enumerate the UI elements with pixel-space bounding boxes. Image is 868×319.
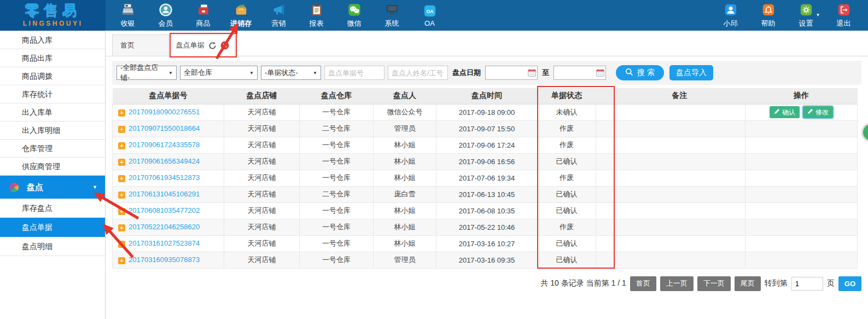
doc-no-link[interactable]: 201709061724335578 [129, 141, 200, 149]
expand-icon[interactable]: + [118, 109, 125, 117]
expand-icon[interactable]: + [118, 224, 125, 231]
sidebar-subitem-库存盘点[interactable]: 库存盘点 [0, 199, 105, 218]
topnav-item-bangzhu[interactable]: 帮助 [749, 0, 787, 31]
go-button[interactable]: GO [838, 276, 861, 291]
doc-no-link[interactable]: 201703161027523874 [129, 239, 200, 247]
cell-person: 微信公众号 [374, 104, 436, 120]
column-header-6: 单据状态 [538, 88, 596, 104]
import-button[interactable]: 盘点导入 [669, 65, 713, 80]
sidebar-item-商品入库[interactable]: 商品入库 [0, 31, 105, 49]
cell-doc-no: +201705221046258620 [113, 219, 224, 235]
close-tab-icon[interactable] [220, 41, 229, 50]
cell-actions [745, 186, 858, 202]
last-page-button[interactable]: 尾页 [735, 276, 761, 291]
sidebar-item-供应商管理[interactable]: 供应商管理 [0, 158, 105, 176]
shop-filter-select[interactable]: -全部盘点店铺- ▼ [116, 66, 177, 80]
tab-pandian-danju[interactable]: 盘点单据 [170, 34, 235, 56]
cell-remark [614, 202, 745, 219]
doc-no-link[interactable]: 201703160935076873 [129, 256, 200, 264]
topnav-item-shangpin[interactable]: 商品 [184, 0, 222, 31]
sidebar-subitem-盘点单据[interactable]: 盘点单据 [0, 218, 105, 237]
topnav-item-shouyin[interactable]: 收银 [109, 0, 147, 31]
topnav-item-oa[interactable]: OAOA [411, 0, 448, 31]
warehouse-filter-value: 全部仓库 [184, 68, 212, 78]
expand-icon[interactable]: + [118, 159, 125, 166]
sidebar-section-pandian[interactable]: 盘点 ▼ [0, 176, 105, 199]
topnav-item-jinxiaocun[interactable]: 进销存 [222, 0, 260, 31]
sidebar-item-出入库单[interactable]: 出入库单 [0, 103, 105, 121]
member-icon [159, 3, 173, 18]
prev-page-button[interactable]: 上一页 [660, 276, 694, 291]
warehouse-filter-select[interactable]: 全部仓库 ▼ [180, 66, 258, 80]
topnav-item-label: 营销 [272, 19, 286, 28]
cell-warehouse: 二号仓库 [300, 186, 374, 202]
topnav-item-shezhi[interactable]: ▼设置 [787, 0, 825, 31]
sidebar-item-出入库明细[interactable]: 出入库明细 [0, 121, 105, 140]
search-button[interactable]: 搜 索 [616, 65, 664, 80]
next-page-button[interactable]: 下一页 [697, 276, 731, 291]
first-page-button[interactable]: 首页 [630, 276, 656, 291]
topnav-item-label: 帮助 [761, 19, 776, 28]
cell-time: 2017-07-06 19:34 [436, 170, 538, 186]
sidebar-item-库存统计[interactable]: 库存统计 [0, 85, 105, 103]
cell-warehouse: 二号仓库 [300, 120, 374, 137]
tab-home[interactable]: 首页 [112, 34, 169, 56]
topnav-item-baobiao[interactable]: 报表 [298, 0, 335, 31]
person-input[interactable] [388, 66, 448, 80]
doc-no-link[interactable]: 201709180900276551 [129, 108, 200, 116]
refresh-icon[interactable] [208, 42, 217, 50]
doc-no-link[interactable]: 201709071550018664 [129, 124, 200, 132]
report-icon [310, 3, 324, 18]
doc-no-link[interactable]: 201707061934512873 [129, 173, 200, 182]
column-header-9: 操作 [745, 88, 858, 104]
topnav-item-xiaoqiu[interactable]: 小邱 [712, 0, 749, 31]
cell-person: 林小姐 [374, 219, 436, 235]
column-header-5: 盘点时间 [436, 88, 538, 104]
cell-doc-no: +201706131045106291 [113, 186, 224, 202]
cell-shop: 天河店铺 [224, 137, 300, 153]
expand-icon[interactable]: + [118, 175, 125, 182]
table-row: +201703161027523874天河店铺一号仓库林小姐2017-03-16… [113, 235, 858, 252]
cell-gap [596, 252, 614, 268]
calendar-icon[interactable] [528, 69, 536, 77]
doc-no-input[interactable] [324, 66, 385, 80]
sidebar-item-仓库管理[interactable]: 仓库管理 [0, 140, 105, 158]
topnav-item-yingxiao[interactable]: 营销 [260, 0, 298, 31]
expand-icon[interactable]: + [118, 192, 125, 199]
status-filter-select[interactable]: -单据状态- ▼ [261, 66, 321, 80]
top-nav-right: 小邱帮助▼设置退出 [712, 0, 863, 31]
cell-status: 作废 [538, 137, 596, 153]
goto-page-input[interactable] [791, 277, 823, 291]
doc-no-link[interactable]: 201705221046258620 [129, 223, 200, 231]
expand-icon[interactable]: + [118, 142, 125, 149]
cell-doc-no: +201709180900276551 [113, 104, 224, 120]
cell-remark [614, 120, 745, 137]
expand-icon[interactable]: + [118, 126, 125, 133]
table-row: +201709071550018664天河店铺二号仓库管理员2017-09-07… [113, 120, 858, 137]
cell-actions [745, 120, 858, 137]
topnav-item-weixin[interactable]: 微信 [335, 0, 373, 31]
topnav-item-huiyuan[interactable]: 会员 [147, 0, 184, 31]
topnav-item-tuichu[interactable]: 退出 [825, 0, 863, 31]
cell-person: 林小姐 [374, 137, 436, 153]
brand-logo: 零售易 LINGSHOUYI [0, 0, 106, 31]
topnav-item-label: 会员 [159, 19, 173, 28]
calendar-icon[interactable] [596, 69, 604, 77]
topnav-item-xitong[interactable]: 系统 [373, 0, 411, 31]
expand-icon[interactable]: + [118, 241, 125, 248]
confirm-button[interactable]: 确认 [770, 106, 800, 118]
topnav-item-label: 系统 [385, 19, 399, 28]
expand-icon[interactable]: + [118, 257, 125, 264]
doc-no-link[interactable]: 201709061656349424 [129, 157, 200, 165]
sidebar-item-商品出库[interactable]: 商品出库 [0, 49, 105, 67]
content-area: 首页 盘点单据 -全部盘点店铺- ▼ 全部仓库 ▼ -单据状态- ▼ [106, 31, 868, 319]
sidebar-subitem-盘点明细[interactable]: 盘点明细 [0, 237, 105, 256]
doc-no-link[interactable]: 201706081035477202 [129, 206, 200, 214]
table-row: +201707061934512873天河店铺一号仓库林小姐2017-07-06… [113, 170, 858, 186]
expand-icon[interactable]: + [118, 208, 125, 215]
cell-time: 2017-09-06 17:24 [436, 137, 538, 153]
sidebar-item-商品调拨[interactable]: 商品调拨 [0, 67, 105, 85]
edit-button[interactable]: 修改 [803, 106, 833, 118]
cell-doc-no: +201703160935076873 [113, 252, 224, 268]
doc-no-link[interactable]: 201706131045106291 [129, 190, 200, 198]
